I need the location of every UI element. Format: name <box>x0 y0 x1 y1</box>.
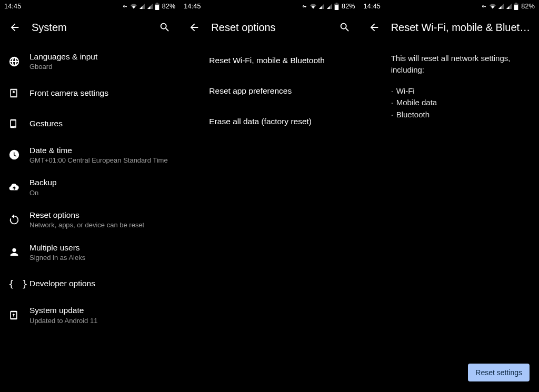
screen-reset-network: 14:45 82% Reset Wi-Fi, mobile & Blueto… … <box>360 0 539 392</box>
wifi-icon <box>130 3 137 9</box>
list-item-label: Reset app preferences <box>209 86 351 96</box>
braces-icon: { } <box>8 278 29 289</box>
list-item-front-camera[interactable]: Front camera settings <box>0 78 179 108</box>
battery-percentage: 82% <box>342 3 355 10</box>
battery-percentage: 82% <box>162 3 176 10</box>
list-item-label: Reset options <box>29 210 171 220</box>
battery-icon <box>155 3 159 10</box>
signal-1-icon <box>318 3 325 9</box>
list-item-label: Reset Wi-Fi, mobile & Bluetooth <box>209 55 351 65</box>
search-button[interactable] <box>334 17 355 38</box>
app-bar: Reset options <box>179 13 359 42</box>
back-button[interactable] <box>184 17 205 38</box>
status-right: 82% <box>479 3 535 10</box>
bullet-item: ·Wi-Fi <box>391 85 526 97</box>
app-bar: Reset Wi-Fi, mobile & Blueto… <box>360 13 539 42</box>
list-item-languages-input[interactable]: Languages & input Gboard <box>0 45 179 78</box>
bullet-text: Mobile data <box>396 98 437 107</box>
globe-icon <box>8 56 29 67</box>
gestures-icon <box>8 118 29 129</box>
arrow-back-icon <box>188 22 200 33</box>
search-icon <box>339 22 351 33</box>
clock-icon <box>8 149 29 160</box>
reset-icon <box>8 214 29 226</box>
list-item-label: Developer options <box>29 278 171 288</box>
status-right: 82% <box>120 3 176 10</box>
list-item-backup[interactable]: Backup On <box>0 171 179 204</box>
settings-list: Languages & input Gboard Front camera se… <box>0 42 179 331</box>
list-item-label: Multiple users <box>29 243 171 253</box>
reset-options-list: Reset Wi-Fi, mobile & Bluetooth Reset ap… <box>179 42 359 137</box>
list-item-label: Backup <box>29 177 171 187</box>
bullet-text: Wi-Fi <box>396 86 415 95</box>
status-time: 14:45 <box>184 3 201 10</box>
status-time: 14:45 <box>4 3 21 10</box>
signal-1-icon <box>498 3 504 9</box>
list-item-label: Gestures <box>29 118 171 128</box>
page-title: Reset options <box>205 22 334 34</box>
cloud-upload-icon <box>8 182 29 193</box>
signal-1-icon <box>139 3 145 9</box>
vpn-key-icon <box>120 4 128 9</box>
list-item-multiple-users[interactable]: Multiple users Signed in as Aleks <box>0 236 179 269</box>
vpn-key-icon <box>300 4 308 9</box>
bottom-action-area: Reset settings <box>468 364 530 381</box>
app-bar: System <box>0 13 179 42</box>
battery-icon <box>334 3 339 10</box>
signal-2-icon <box>506 3 512 9</box>
list-item-label: Front camera settings <box>29 88 171 98</box>
front-camera-icon <box>8 87 29 99</box>
bullet-text: Bluetooth <box>396 110 430 119</box>
list-item-sub: Signed in as Aleks <box>29 254 171 262</box>
battery-percentage: 82% <box>521 3 535 10</box>
page-title: Reset Wi-Fi, mobile & Blueto… <box>385 22 535 34</box>
list-item-sub: Network, apps, or device can be reset <box>29 221 171 229</box>
reset-settings-button[interactable]: Reset settings <box>468 364 530 381</box>
list-item-label: System update <box>29 305 171 315</box>
list-item-reset-options[interactable]: Reset options Network, apps, or device c… <box>0 204 179 236</box>
screen-system: 14:45 82% System <box>0 0 179 392</box>
back-button[interactable] <box>364 17 385 38</box>
bullet-item: ·Bluetooth <box>391 109 526 121</box>
wifi-icon <box>489 3 496 9</box>
list-item-label: Languages & input <box>29 52 171 62</box>
list-item-sub: Gboard <box>29 63 171 71</box>
person-icon <box>8 246 29 258</box>
battery-icon <box>514 3 518 10</box>
arrow-back-icon <box>9 22 21 33</box>
list-item-label: Erase all data (factory reset) <box>209 116 351 126</box>
list-item-date-time[interactable]: Date & time GMT+01:00 Central European S… <box>0 139 179 172</box>
status-bar: 14:45 82% <box>360 0 539 13</box>
search-button[interactable] <box>154 17 175 38</box>
arrow-back-icon <box>368 22 380 33</box>
list-item-system-update[interactable]: System update Updated to Android 11 <box>0 299 179 331</box>
status-time: 14:45 <box>364 3 381 10</box>
wifi-icon <box>310 3 317 9</box>
status-bar: 14:45 82% <box>179 0 359 13</box>
vpn-key-icon <box>479 4 487 9</box>
list-item-gestures[interactable]: Gestures <box>0 108 179 139</box>
list-item-reset-app-prefs[interactable]: Reset app preferences <box>179 76 359 106</box>
list-item-erase-all-data[interactable]: Erase all data (factory reset) <box>179 106 359 137</box>
list-item-sub: On <box>29 189 171 197</box>
list-item-developer-options[interactable]: { } Developer options <box>0 268 179 299</box>
list-item-sub: Updated to Android 11 <box>29 317 171 325</box>
screen-reset-options: 14:45 82% Reset options Reset Wi-Fi, mob… <box>179 0 359 392</box>
search-icon <box>159 22 171 33</box>
bullet-item: ·Mobile data <box>391 97 526 109</box>
signal-2-icon <box>326 3 333 9</box>
back-button[interactable] <box>4 17 25 38</box>
intro-text: This will reset all network settings, in… <box>360 42 539 80</box>
bullet-list: ·Wi-Fi ·Mobile data ·Bluetooth <box>360 80 539 125</box>
list-item-label: Date & time <box>29 145 171 155</box>
list-item-reset-wifi-mobile-bt[interactable]: Reset Wi-Fi, mobile & Bluetooth <box>179 45 359 76</box>
status-bar: 14:45 82% <box>0 0 179 13</box>
status-right: 82% <box>300 3 355 10</box>
page-title: System <box>25 22 154 34</box>
signal-2-icon <box>147 3 153 9</box>
system-update-icon <box>8 309 29 321</box>
list-item-sub: GMT+01:00 Central European Standard Time <box>29 156 171 165</box>
